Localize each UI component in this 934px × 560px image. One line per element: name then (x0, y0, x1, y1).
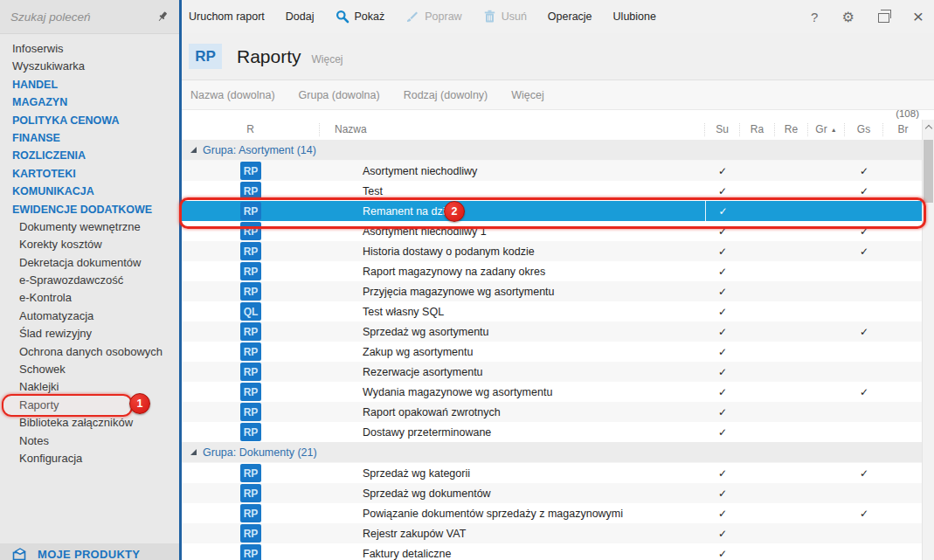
table-row-faktury-detaliczne[interactable]: RPFaktury detaliczne✓ (182, 543, 923, 560)
table-row-przyjęcia-magazynowe-wg-asortymentu[interactable]: RPPrzyjęcia magazynowe wg asortymentu✓ (182, 281, 923, 301)
close-icon[interactable]: × (913, 8, 924, 25)
group-expanded-icon[interactable] (190, 147, 197, 153)
sidebar-footer[interactable]: MOJE PRODUKTY (0, 543, 179, 560)
sidebar-item-handel[interactable]: HANDEL (0, 76, 179, 93)
sidebar-item-ślad-rewizyjny[interactable]: Ślad rewizyjny (0, 325, 179, 342)
sidebar-item-e-kontrola[interactable]: e-Kontrola (0, 289, 179, 307)
checkmark-gs: ✓ (860, 508, 868, 520)
filter-więcej[interactable]: Więcej (511, 89, 544, 101)
table-row-zakup-wg-asortymentu[interactable]: RPZakup wg asortymentu✓ (182, 342, 923, 362)
sidebar-item-konfiguracja[interactable]: Konfiguracja (0, 450, 179, 467)
column-header-su[interactable]: Su (705, 123, 740, 136)
help-icon[interactable]: ? (811, 10, 818, 24)
search-icon (336, 10, 349, 24)
scrollbar-thumb[interactable] (924, 140, 933, 203)
table-row-raport-opakowań-zwrotnych[interactable]: RPRaport opakowań zwrotnych✓ (182, 402, 923, 422)
sidebar-item-wyszukiwarka[interactable]: Wyszukiwarka (0, 58, 179, 75)
table-row-asortyment-niechodliwy-1[interactable]: RPAsortyment niechodliwy 1✓✓ (182, 221, 923, 241)
table-row-rejestr-zakupów-vat[interactable]: RPRejestr zakupów VAT✓ (182, 523, 923, 543)
group-row-grupa-dokumenty-21[interactable]: Grupa: Dokumenty (21) (182, 442, 923, 463)
column-header-r[interactable]: R (182, 123, 320, 136)
checkmark-su: ✓ (718, 165, 727, 177)
scroll-up-arrow-icon[interactable] (923, 120, 934, 134)
group-row-grupa-asortyment-14[interactable]: Grupa: Asortyment (14) (182, 140, 923, 161)
sidebar-item-rozliczenia[interactable]: ROZLICZENIA (0, 147, 179, 164)
table-row-sprzedaż-wg-kategorii[interactable]: RPSprzedaż wg kategorii✓✓ (182, 463, 923, 483)
sidebar-item-korekty-kosztów[interactable]: Korekty kosztów (0, 236, 179, 253)
checkmark-gs: ✓ (860, 467, 868, 480)
gear-icon[interactable]: ⚙ (841, 9, 854, 25)
sidebar-item-dokumenty-wewnętrzne[interactable]: Dokumenty wewnętrzne (0, 218, 179, 236)
report-name: Asortyment niechodliwy (363, 165, 477, 177)
column-header-re[interactable]: Re (775, 123, 808, 136)
page-header: RP Raporty Więcej (182, 33, 934, 80)
sidebar-item-magazyn[interactable]: MAGAZYN (0, 93, 179, 111)
report-name: Sprzedaż wg dokumentów (363, 487, 491, 500)
sidebar-item-ewidencje-dodatkowe[interactable]: EWIDENCJE DODATKOWE (0, 201, 179, 218)
table-row-remanent-na-dzień[interactable]: RPRemanent na dzień✓ (182, 201, 923, 221)
toolbar-uruchom-raport-button[interactable]: Uruchom raport (189, 10, 265, 23)
column-header-ra[interactable]: Ra (740, 123, 775, 136)
table-header: RNazwaSuRaReGr▲GsBr (182, 120, 923, 141)
report-type-badge: RP (240, 383, 261, 401)
checkmark-su: ✓ (718, 548, 727, 560)
sidebar-item-polityka-cenowa[interactable]: POLITYKA CENOWA (0, 112, 179, 129)
toolbar: Uruchom raportDodajPokażPoprawUsuńOperac… (182, 0, 934, 34)
sidebar-item-e-sprawozdawczość[interactable]: e-Sprawozdawczość (0, 272, 179, 289)
search-input[interactable]: Szukaj poleceń (0, 0, 179, 34)
filter-grupa-dowolna[interactable]: Grupa (dowolna) (299, 89, 380, 101)
column-header-label: Re (785, 123, 798, 136)
filter-rodzaj-dowolny[interactable]: Rodzaj (dowolny) (404, 89, 488, 101)
header-more-link[interactable]: Więcej (312, 53, 343, 66)
sidebar-item-komunikacja[interactable]: KOMUNIKACJA (0, 183, 179, 200)
table-row-test-własny-sql[interactable]: QLTest własny SQL✓ (182, 301, 923, 321)
toolbar-pokaż-button[interactable]: Pokaż (336, 10, 385, 24)
toolbar-button-label: Pokaż (355, 10, 385, 23)
report-type-badge: RP (240, 504, 261, 522)
report-type-badge: RP (240, 484, 261, 502)
sidebar-item-raporty[interactable]: Raporty (0, 397, 179, 414)
toolbar-ulubione-button[interactable]: Ulubione (613, 10, 656, 23)
checkmark-gs: ✓ (860, 245, 868, 258)
checkmark-su: ✓ (718, 185, 727, 197)
toolbar-operacje-button[interactable]: Operacje (548, 10, 592, 23)
vertical-scrollbar[interactable] (922, 120, 934, 560)
restore-window-icon[interactable] (878, 13, 889, 23)
report-name: Rezerwacje asortymentu (363, 366, 483, 378)
table-row-dostawy-przeterminowane[interactable]: RPDostawy przeterminowane✓ (182, 422, 923, 442)
table-row-historia-dostawy-o-podanym-kodzie[interactable]: RPHistoria dostawy o podanym kodzie✓✓ (182, 241, 923, 261)
checkmark-su: ✓ (718, 528, 727, 540)
column-header-nazwa[interactable]: Nazwa (320, 123, 705, 136)
group-expanded-icon[interactable] (190, 449, 197, 455)
filter-nazwa-dowolna[interactable]: Nazwa (dowolna) (190, 89, 275, 101)
sidebar-item-kartoteki[interactable]: KARTOTEKI (0, 165, 179, 183)
sidebar-item-finanse[interactable]: FINANSE (0, 129, 179, 147)
table-row-wydania-magazynowe-wg-asortymentu[interactable]: RPWydania magazynowe wg asortymentu✓✓ (182, 382, 923, 402)
table-row-sprzedaż-wg-dokumentów[interactable]: RPSprzedaż wg dokumentów✓ (182, 483, 923, 503)
checkmark-su: ✓ (718, 266, 727, 278)
toolbar-dodaj-button[interactable]: Dodaj (286, 10, 315, 23)
products-box-icon (12, 548, 31, 560)
pin-icon[interactable] (156, 10, 169, 23)
table-row-asortyment-niechodliwy[interactable]: RPAsortyment niechodliwy✓✓ (182, 161, 923, 181)
report-name: Powiązanie dokumentów sprzedaży z magazy… (363, 508, 623, 520)
sidebar-item-naklejki[interactable]: Naklejki (0, 378, 179, 396)
sidebar-item-schowek[interactable]: Schowek (0, 361, 179, 378)
column-header-br[interactable]: Br (883, 123, 923, 136)
table-row-rezerwacje-asortymentu[interactable]: RPRezerwacje asortymentu✓ (182, 362, 923, 382)
sidebar-item-ochrona-danych-osobowych[interactable]: Ochrona danych osobowych (0, 343, 179, 361)
table-row-raport-magazynowy-na-zadany-okres[interactable]: RPRaport magazynowy na zadany okres✓ (182, 261, 923, 281)
report-type-badge: QL (240, 302, 261, 321)
table-row-powiązanie-dokumentów-sprzedaży-z-magazynowymi[interactable]: RPPowiązanie dokumentów sprzedaży z maga… (182, 503, 923, 523)
sidebar-item-infoserwis[interactable]: Infoserwis (0, 40, 179, 58)
column-header-gr[interactable]: Gr▲ (808, 123, 845, 136)
table-row-sprzedaż-wg-asortymentu[interactable]: RPSprzedaż wg asortymentu✓✓ (182, 321, 923, 342)
sidebar-item-automatyzacja[interactable]: Automatyzacja (0, 308, 179, 325)
table-row-test[interactable]: RPTest✓✓ (182, 181, 923, 201)
sidebar-item-biblioteka-załączników[interactable]: Biblioteka załączników (0, 414, 179, 432)
column-header-gs[interactable]: Gs (845, 123, 883, 136)
sidebar-item-notes[interactable]: Notes (0, 432, 179, 450)
sidebar-item-dekretacja-dokumentów[interactable]: Dekretacja dokumentów (0, 254, 179, 272)
report-name: Raport opakowań zwrotnych (363, 406, 501, 418)
toolbar-button-label: Dodaj (286, 10, 315, 23)
